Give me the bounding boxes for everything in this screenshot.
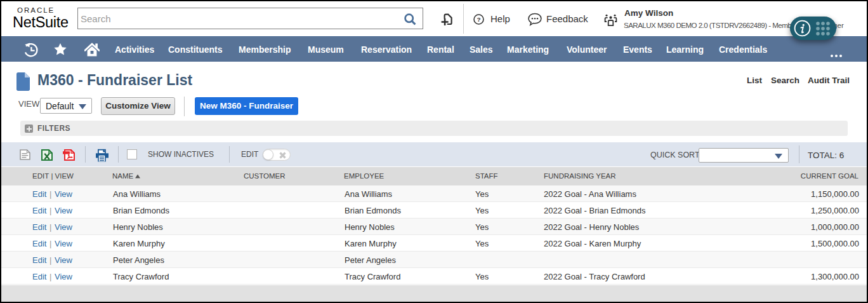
svg-text:?: ?	[477, 16, 480, 23]
